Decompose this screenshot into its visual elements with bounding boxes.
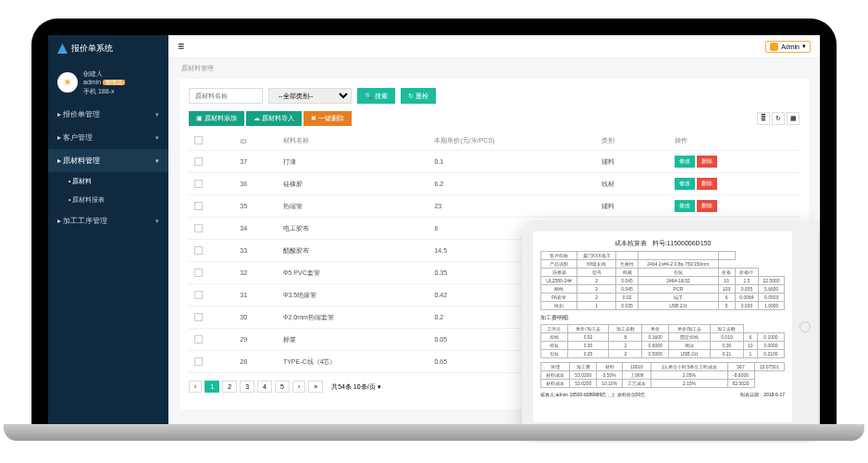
nav-item[interactable]: ▸ 客户管理 — [48, 126, 168, 149]
col-ops: 操作 — [669, 131, 800, 151]
nav-item[interactable]: ▸ 报价单管理 — [48, 103, 168, 126]
delete-button[interactable]: 删除 — [697, 156, 717, 168]
search-button[interactable]: 🔍 搜索 — [357, 88, 395, 104]
bulk-delete-button[interactable]: ✖ 一键删除 — [304, 111, 352, 126]
user-phone: 手机 188-x — [83, 87, 125, 95]
col-cat[interactable]: 类别 — [596, 131, 669, 151]
col-price[interactable]: 本期单价(元/米/PCS) — [428, 131, 596, 151]
reset-button[interactable]: ↻ 重检 — [401, 88, 436, 104]
delete-button[interactable]: 删除 — [697, 200, 717, 212]
nav-item[interactable]: ▸ 原材料管理 — [48, 149, 168, 172]
pager-page[interactable]: 2 — [222, 381, 237, 393]
edit-button[interactable]: 修改 — [675, 178, 695, 190]
pager-page[interactable]: 5 — [275, 381, 290, 393]
sidebar-user: ✶ 创建人 admin 管理员 手机 188-x — [48, 62, 168, 103]
filter-bar: --全部类别-- 🔍 搜索 ↻ 重检 — [189, 88, 800, 104]
sidebar: 报价单系统 ✶ 创建人 admin 管理员 手机 188-x ▸ 报价单管理▸ … — [48, 35, 168, 424]
pager-next[interactable]: › — [292, 381, 305, 393]
row-checkbox[interactable] — [194, 202, 203, 210]
material-name-input[interactable] — [189, 88, 263, 104]
row-checkbox[interactable] — [194, 180, 203, 188]
brand-text: 报价单系统 — [71, 43, 113, 55]
col-name[interactable]: 材料名称 — [278, 131, 429, 151]
row-checkbox[interactable] — [194, 224, 203, 232]
delete-button[interactable]: 删除 — [697, 178, 717, 190]
row-checkbox[interactable] — [194, 246, 203, 255]
pager-prev[interactable]: ‹ — [189, 381, 202, 393]
nav-sub-item[interactable]: • 原材料报表 — [48, 191, 168, 209]
toolbar: ▣ 原材料添加 ☁ 原材料导入 ✖ 一键删除 ≣ ↻ ▦ — [189, 111, 800, 126]
nav-sub-item[interactable]: • 原材料 — [48, 172, 168, 191]
tool-list-icon[interactable]: ≣ — [757, 112, 770, 125]
import-button[interactable]: ☁ 原材料导入 — [246, 111, 302, 126]
brand-icon — [57, 44, 68, 54]
pager-page[interactable]: 3 — [240, 381, 254, 393]
tool-refresh-icon[interactable]: ↻ — [772, 112, 785, 125]
pager-page[interactable]: 1 — [205, 381, 219, 393]
user-name: admin — [83, 79, 101, 85]
edit-button[interactable]: 修改 — [675, 200, 695, 212]
pager-last[interactable]: » — [308, 381, 323, 393]
row-checkbox[interactable] — [194, 313, 203, 321]
topbar-user[interactable]: Admin ▾ — [765, 41, 811, 53]
select-all-checkbox[interactable] — [194, 136, 203, 144]
topbar: ≡ Admin ▾ — [168, 35, 820, 58]
table-row: 37打漆0.1辅料修改删除 — [189, 151, 800, 173]
brand: 报价单系统 — [48, 35, 168, 62]
add-button[interactable]: ▣ 原材料添加 — [189, 111, 244, 126]
table-row: 35热缩管23辅料修改删除 — [189, 195, 800, 218]
tool-columns-icon[interactable]: ▦ — [787, 112, 800, 125]
row-checkbox[interactable] — [194, 357, 203, 366]
row-checkbox[interactable] — [194, 335, 203, 344]
avatar: ✶ — [57, 72, 78, 93]
pager-page[interactable]: 4 — [257, 381, 272, 393]
category-select[interactable]: --全部类别-- — [268, 88, 352, 104]
hamburger-icon[interactable]: ≡ — [178, 40, 184, 53]
nav: ▸ 报价单管理▸ 客户管理▸ 原材料管理• 原材料• 原材料报表▸ 加工工序管理 — [48, 103, 168, 232]
user-role-badge: 管理员 — [103, 80, 125, 85]
edit-button[interactable]: 修改 — [675, 156, 695, 168]
tablet-preview: 成本核算表 料号:11506006D150 客户简称厦门XXX电子产品说明XX延… — [522, 220, 818, 433]
pager-total: 共54条 10条/页 ▾ — [331, 382, 380, 392]
user-role-label: 创建人 — [83, 69, 125, 78]
table-row: 36硅橡胶6.2线材修改删除 — [189, 173, 800, 195]
row-checkbox[interactable] — [194, 157, 203, 166]
col-id[interactable]: ID — [234, 131, 278, 151]
breadcrumb: 原材料管理 — [168, 58, 820, 79]
row-checkbox[interactable] — [194, 269, 203, 277]
user-avatar-icon — [770, 43, 778, 51]
row-checkbox[interactable] — [194, 291, 203, 299]
nav-item[interactable]: ▸ 加工工序管理 — [48, 209, 168, 232]
